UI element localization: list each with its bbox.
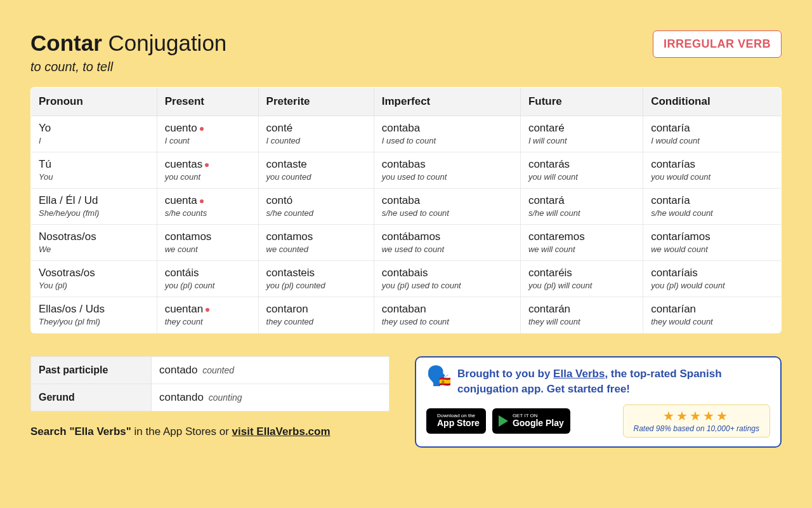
future-cell: contarás/he will count <box>520 189 643 225</box>
table-row: Ella / Él / UdShe/he/you (fml)cuentas/he… <box>31 189 782 225</box>
table-row: Vosotras/osYou (pl)contáisyou (pl) count… <box>31 261 782 297</box>
imperfect-cell: contabaisyou (pl) used to count <box>374 261 520 297</box>
imperfect-cell: contabas/he used to count <box>374 189 520 225</box>
preterite-cell: contéI counted <box>258 116 374 152</box>
irregular-badge: IRREGULAR VERB <box>653 30 782 58</box>
present-cell: cuentoI count <box>157 116 258 152</box>
column-header: Present <box>157 88 258 116</box>
column-header: Future <box>520 88 643 116</box>
irregular-dot-icon <box>205 163 209 167</box>
page-title: Contar Conjugation <box>30 30 226 56</box>
app-store-button[interactable]: Download on the App Store <box>426 408 486 434</box>
table-row: TúYoucuentasyou countcontasteyou counted… <box>31 152 782 189</box>
preterite-cell: contasteisyou (pl) counted <box>258 261 374 297</box>
irregular-dot-icon <box>206 308 209 312</box>
conditional-cell: contaríamoswe would count <box>643 225 782 261</box>
visit-link[interactable]: visit EllaVerbs.com <box>232 425 331 438</box>
participle-row: Past participlecontado counted <box>31 357 390 384</box>
participle-label: Gerund <box>31 384 152 411</box>
promo-text: Brought to you by Ella Verbs, the top-ra… <box>457 366 770 397</box>
column-header: Pronoun <box>31 88 157 116</box>
participle-table: Past participlecontado countedGerundcont… <box>30 356 390 411</box>
future-cell: contarásyou will count <box>520 152 643 189</box>
present-cell: contáisyou (pl) count <box>157 261 258 297</box>
pronoun-cell: Vosotras/osYou (pl) <box>31 261 157 297</box>
imperfect-cell: contabanthey used to count <box>374 297 520 333</box>
conditional-cell: contaríanthey would count <box>643 297 782 333</box>
table-row: Nosotras/osWecontamoswe countcontamoswe … <box>31 225 782 261</box>
search-hint: Search "Ella Verbs" in the App Stores or… <box>30 425 390 438</box>
promo-icon: 🗣️🇪🇸 <box>426 366 450 385</box>
future-cell: contaréisyou (pl) will count <box>520 261 643 297</box>
irregular-dot-icon <box>200 199 204 203</box>
google-play-button[interactable]: GET IT ON Google Play <box>492 408 570 434</box>
conditional-cell: contaríasyou would count <box>643 152 782 189</box>
table-row: YoIcuentoI countcontéI countedcontabaI u… <box>31 116 782 152</box>
conditional-cell: contarías/he would count <box>643 189 782 225</box>
participle-row: Gerundcontando counting <box>31 384 390 411</box>
verb-translation: to count, to tell <box>30 60 226 74</box>
preterite-cell: contamoswe counted <box>258 225 374 261</box>
imperfect-cell: contabaI used to count <box>374 116 520 152</box>
pronoun-cell: Nosotras/osWe <box>31 225 157 261</box>
play-icon <box>499 415 508 427</box>
participle-value: contado counted <box>152 357 390 384</box>
column-header: Conditional <box>643 88 782 116</box>
conjugation-table: PronounPresentPreteriteImperfectFutureCo… <box>30 87 782 333</box>
present-cell: cuentanthey count <box>157 297 258 333</box>
column-header: Preterite <box>258 88 374 116</box>
promo-box: 🗣️🇪🇸 Brought to you by Ella Verbs, the t… <box>415 356 782 448</box>
participle-value: contando counting <box>152 384 390 411</box>
conditional-cell: contaríaisyou (pl) would count <box>643 261 782 297</box>
column-header: Imperfect <box>374 88 520 116</box>
future-cell: contaremoswe will count <box>520 225 643 261</box>
ella-verbs-link[interactable]: Ella Verbs <box>553 368 605 380</box>
imperfect-cell: contabasyou used to count <box>374 152 520 189</box>
preterite-cell: contós/he counted <box>258 189 374 225</box>
irregular-dot-icon <box>200 127 204 131</box>
imperfect-cell: contábamoswe used to count <box>374 225 520 261</box>
present-cell: cuentas/he counts <box>157 189 258 225</box>
table-row: Ellas/os / UdsThey/you (pl fml)cuentanth… <box>31 297 782 333</box>
present-cell: cuentasyou count <box>157 152 258 189</box>
present-cell: contamoswe count <box>157 225 258 261</box>
conditional-cell: contaríaI would count <box>643 116 782 152</box>
pronoun-cell: Ella / Él / UdShe/he/you (fml) <box>31 189 157 225</box>
pronoun-cell: YoI <box>31 116 157 152</box>
future-cell: contaréI will count <box>520 116 643 152</box>
participle-label: Past participle <box>31 357 152 384</box>
rating-box: ★★★★★ Rated 98% based on 10,000+ ratings <box>623 404 770 438</box>
star-icons: ★★★★★ <box>634 408 759 424</box>
preterite-cell: contasteyou counted <box>258 152 374 189</box>
pronoun-cell: TúYou <box>31 152 157 189</box>
preterite-cell: contaronthey counted <box>258 297 374 333</box>
pronoun-cell: Ellas/os / UdsThey/you (pl fml) <box>31 297 157 333</box>
future-cell: contaránthey will count <box>520 297 643 333</box>
